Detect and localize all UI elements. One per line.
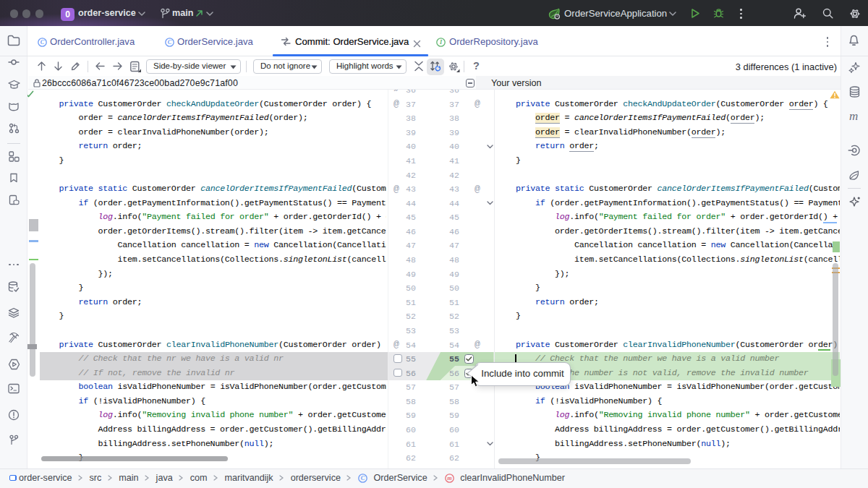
svg-text:I: I — [439, 39, 443, 46]
svg-text:C: C — [41, 39, 45, 46]
svg-text:C: C — [361, 475, 365, 481]
svg-text:C: C — [168, 39, 172, 46]
svg-text:m: m — [447, 475, 451, 481]
